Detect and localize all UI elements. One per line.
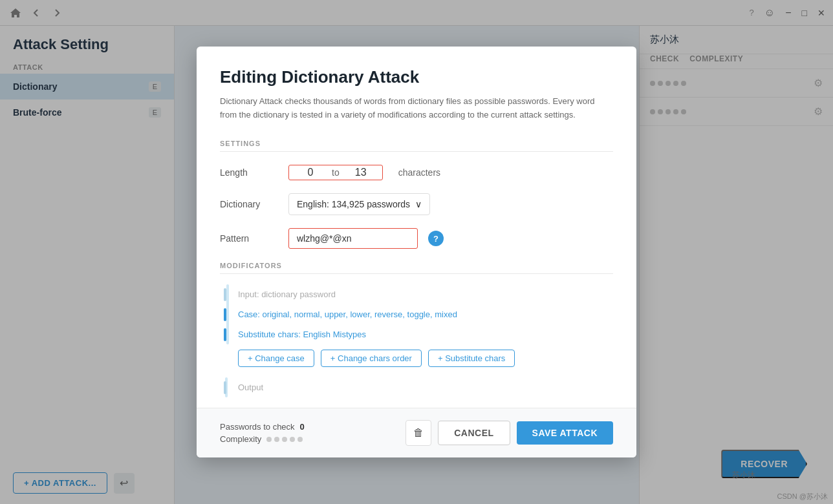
pattern-help-button[interactable]: ? <box>428 231 444 246</box>
dropdown-arrow-icon: ∨ <box>415 199 422 209</box>
pattern-label: Pattern <box>220 233 278 244</box>
length-inputs: to <box>288 165 383 180</box>
modifiers-section-label: MODIFICATORS <box>220 262 613 274</box>
modal-body: Editing Dictionary Attack Dictionary Att… <box>197 47 636 408</box>
pipeline-case-text: Case: original, normal, upper, lower, re… <box>238 310 457 319</box>
footer-actions: 🗑 CANCEL SAVE ATTACK <box>406 420 613 446</box>
modifier-buttons: + Change case + Change chars order + Sub… <box>220 350 613 367</box>
pattern-field-row: Pattern ? <box>220 228 613 249</box>
output-item: Output <box>238 377 613 397</box>
complexity-dot <box>266 437 272 442</box>
pipeline-item-case[interactable]: Case: original, normal, upper, lower, re… <box>238 304 613 324</box>
pattern-input[interactable] <box>297 233 409 244</box>
length-from-input[interactable] <box>294 167 327 178</box>
modal-title: Editing Dictionary Attack <box>220 67 613 87</box>
save-attack-button[interactable]: SAVE ATTACK <box>517 421 613 445</box>
passwords-label: Passwords to check <box>220 422 295 432</box>
modal: Editing Dictionary Attack Dictionary Att… <box>197 47 636 458</box>
pipeline-item-input: Input: dictionary password <box>238 284 613 304</box>
modal-footer: Passwords to check 0 Complexity 🗑 C <box>197 408 636 457</box>
substitute-chars-button[interactable]: + Substitute chars <box>428 350 515 367</box>
length-separator: to <box>332 167 340 178</box>
complexity-dots <box>266 437 303 442</box>
footer-info: Passwords to check 0 Complexity <box>220 422 305 444</box>
output-text: Output <box>238 383 263 392</box>
pipeline-substitute-text: Substitute chars: English Mistypes <box>238 330 366 339</box>
passwords-to-check-stat: Passwords to check 0 <box>220 422 305 432</box>
output-container: Output <box>220 377 613 397</box>
pipeline-container: Input: dictionary password Case: origina… <box>220 284 613 344</box>
complexity-label: Complexity <box>220 434 261 444</box>
settings-section-label: SETTINGS <box>220 140 613 152</box>
complexity-dot <box>282 437 287 442</box>
length-label: Length <box>220 167 278 178</box>
change-chars-order-button[interactable]: + Change chars order <box>321 350 422 367</box>
pipeline-line <box>226 284 229 344</box>
complexity-dot <box>298 437 303 442</box>
length-unit: characters <box>398 167 440 178</box>
dictionary-label: Dictionary <box>220 199 278 209</box>
passwords-value: 0 <box>300 422 305 432</box>
complexity-stat: Complexity <box>220 434 305 444</box>
pipeline-input-text: Input: dictionary password <box>238 289 336 299</box>
pipeline-item-substitute[interactable]: Substitute chars: English Mistypes <box>238 324 613 344</box>
length-field-row: Length to characters <box>220 165 613 180</box>
dictionary-field-row: Dictionary English: 134,925 passwords ∨ <box>220 193 613 215</box>
modal-overlay: Editing Dictionary Attack Dictionary Att… <box>0 0 833 504</box>
pattern-input-wrap <box>288 228 418 249</box>
dictionary-value: English: 134,925 passwords <box>297 199 410 209</box>
change-case-button[interactable]: + Change case <box>238 350 314 367</box>
delete-button[interactable]: 🗑 <box>406 420 431 446</box>
cancel-button[interactable]: CANCEL <box>438 421 510 445</box>
length-to-input[interactable] <box>345 167 377 178</box>
dictionary-select[interactable]: English: 134,925 passwords ∨ <box>288 193 430 215</box>
complexity-dot <box>290 437 295 442</box>
complexity-dot <box>274 437 279 442</box>
modal-description: Dictionary Attack checks thousands of wo… <box>220 95 613 122</box>
